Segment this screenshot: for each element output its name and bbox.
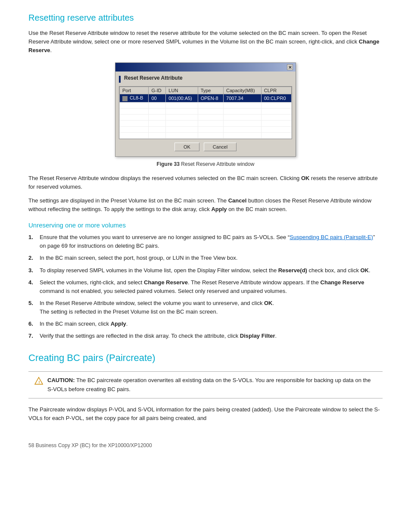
step-6-text: In the BC main screen, click Apply. — [40, 320, 383, 328]
col-capacity: Capacity(MB) — [224, 87, 262, 94]
col-port: Port — [120, 87, 149, 94]
col-lun: LUN — [166, 87, 198, 94]
table-row[interactable]: CL8-B 00 001(00:A5) OPEN-8 7007.34 00:CL… — [120, 94, 292, 102]
step-5-text: In the Reset Reserve Attribute window, s… — [40, 299, 383, 316]
step-1-text: Ensure that the volumes you want to unre… — [40, 233, 383, 250]
step-7-num: 7. — [28, 332, 36, 340]
step-1-num: 1. — [28, 233, 36, 250]
intro-paragraph: Use the Reset Reserve Attribute window t… — [28, 29, 383, 55]
cell-gid: 00 — [149, 94, 166, 102]
step-2-num: 2. — [28, 254, 36, 262]
step-6: 6. In the BC main screen, click Apply. — [28, 320, 383, 328]
step-2: 2. In the BC main screen, select the por… — [28, 254, 383, 262]
cell-clpr: 00:CLPR0 — [261, 94, 291, 102]
label-bar-accent — [119, 76, 121, 83]
step-7-text: Verify that the settings are reflected i… — [40, 332, 383, 340]
step-4: 4. Select the volumes, right-click, and … — [28, 278, 383, 296]
caution-icon: ! — [34, 376, 43, 385]
table-row-empty — [120, 126, 292, 132]
step-4-num: 4. — [28, 278, 36, 296]
ok-button[interactable]: OK — [174, 143, 199, 151]
cell-port: CL8-B — [120, 94, 149, 102]
step-5: 5. In the Reset Reserve Attribute window… — [28, 299, 383, 316]
section2-title: Creating BC pairs (Paircreate) — [28, 352, 383, 364]
step-7: 7. Verify that the settings are reflecte… — [28, 332, 383, 340]
step-5-num: 5. — [28, 299, 36, 316]
volume-table: Port G-ID LUN Type Capacity(MB) CLPR CL8… — [119, 87, 292, 138]
window-buttons: OK Cancel — [119, 143, 292, 151]
subsection-title: Unreserving one or more volumes — [28, 221, 383, 229]
table-row-empty — [120, 102, 292, 108]
reset-reserve-window: ✕ Reset Reserve Attribute Port G-ID LUN … — [115, 62, 296, 156]
table-row-empty — [120, 132, 292, 138]
step-2-text: In the BC main screen, select the port, … — [40, 254, 383, 262]
col-clpr: CLPR — [261, 87, 291, 94]
page-footer: 58 Business Copy XP (BC) for the XP10000… — [28, 440, 383, 448]
post-window-para2: The settings are displayed in the Preset… — [28, 196, 383, 214]
volume-table-container: Port G-ID LUN Type Capacity(MB) CLPR CL8… — [119, 86, 292, 139]
cell-lun: 001(00:A5) — [166, 94, 198, 102]
step-1: 1. Ensure that the volumes you want to u… — [28, 233, 383, 250]
step-3-num: 3. — [28, 266, 36, 275]
col-gid: G-ID — [149, 87, 166, 94]
row-icon — [122, 96, 128, 101]
figure-caption: Figure 33 Reset Reserve Attribute window — [28, 161, 383, 167]
table-row-empty — [120, 120, 292, 126]
section2-body: The Paircreate window displays P-VOL and… — [28, 405, 383, 423]
window-body: Reset Reserve Attribute Port G-ID LUN Ty… — [115, 72, 296, 156]
step-3-text: To display reserved SMPL volumes in the … — [40, 266, 383, 275]
step-4-text: Select the volumes, right-click, and sel… — [40, 278, 383, 296]
steps-list: 1. Ensure that the volumes you want to u… — [28, 233, 383, 340]
step-6-num: 6. — [28, 320, 36, 328]
window-label-text: Reset Reserve Attribute — [123, 75, 183, 81]
window-titlebar: ✕ — [115, 63, 296, 72]
cancel-button[interactable]: Cancel — [204, 143, 237, 151]
col-type: Type — [198, 87, 223, 94]
step-3: 3. To display reserved SMPL volumes in t… — [28, 266, 383, 275]
caution-box: ! CAUTION: The BC paircreate operation o… — [28, 371, 383, 398]
svg-text:!: ! — [39, 380, 40, 384]
post-window-para1: The Reset Reserve Attribute window displ… — [28, 174, 383, 191]
table-row-empty — [120, 114, 292, 120]
cell-capacity: 7007.34 — [224, 94, 262, 102]
window-label-bar: Reset Reserve Attribute — [119, 75, 292, 84]
step-1-link[interactable]: Suspending BC pairs (Pairsplit-E) — [290, 234, 373, 240]
table-body: CL8-B 00 001(00:A5) OPEN-8 7007.34 00:CL… — [120, 94, 292, 138]
section-title: Resetting reserve attributes — [28, 13, 383, 23]
table-row-empty — [120, 108, 292, 114]
window-close-button[interactable]: ✕ — [287, 64, 293, 70]
cell-type: OPEN-8 — [198, 94, 223, 102]
caution-triangle-icon: ! — [34, 376, 43, 385]
caution-text: CAUTION: The BC paircreate operation ove… — [47, 376, 377, 393]
table-header: Port G-ID LUN Type Capacity(MB) CLPR — [120, 87, 292, 94]
